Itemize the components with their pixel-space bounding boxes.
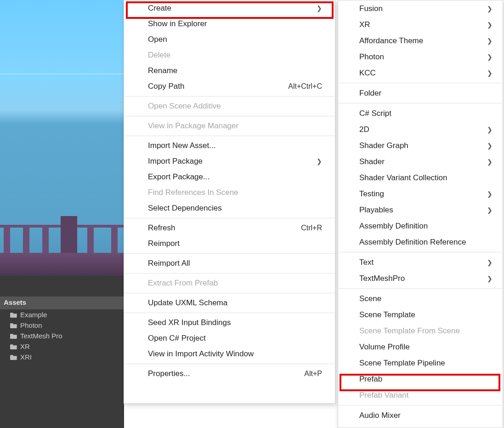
menu-item-label: 2D xyxy=(359,125,369,134)
menu-item-label: Prefab xyxy=(359,375,382,384)
asset-folder-xri[interactable]: XRI xyxy=(0,352,124,362)
menu-item-label: Folder xyxy=(359,89,381,98)
chevron-right-icon: ❯ xyxy=(487,206,493,214)
asset-folder-example[interactable]: Example xyxy=(0,309,124,320)
menu-item-show-in-explorer[interactable]: Show in Explorer xyxy=(124,16,335,32)
chevron-right-icon: ❯ xyxy=(487,126,493,133)
menu-item-label: Assembly Definition xyxy=(359,222,428,231)
menu-item-label: Delete xyxy=(148,51,170,60)
menu-item-import-new-asset[interactable]: Import New Asset... xyxy=(124,138,335,154)
menu-item-find-references-in-scene: Find References In Scene xyxy=(124,185,335,200)
menu-item-label: Export Package... xyxy=(148,172,210,182)
menu-item-open-c-project[interactable]: Open C# Project xyxy=(124,331,335,346)
menu-item-view-in-import-activity-window[interactable]: View in Import Activity Window xyxy=(124,346,335,362)
create-item-playables[interactable]: Playables❯ xyxy=(338,202,503,218)
menu-item-label: Volume Profile xyxy=(359,342,410,352)
create-item-scene-template-pipeline[interactable]: Scene Template Pipeline xyxy=(338,355,503,371)
menu-item-label: C# Script xyxy=(359,109,391,118)
create-item-scene[interactable]: Scene xyxy=(338,291,503,307)
asset-label: XRI xyxy=(20,353,32,361)
menu-item-label: Fusion xyxy=(359,4,383,13)
menu-item-reimport-all[interactable]: Reimport All xyxy=(124,256,335,271)
create-item-c-script[interactable]: C# Script xyxy=(338,105,503,121)
menu-separator xyxy=(124,273,335,274)
chevron-right-icon: ❯ xyxy=(487,259,493,266)
asset-folder-xr[interactable]: XR xyxy=(0,341,124,352)
menu-separator xyxy=(124,253,335,254)
menu-item-label: Import New Asset... xyxy=(148,141,215,150)
create-item-2d[interactable]: 2D❯ xyxy=(338,121,503,137)
menu-item-seed-xr-input-bindings[interactable]: Seed XR Input Bindings xyxy=(124,315,335,331)
menu-item-export-package[interactable]: Export Package... xyxy=(124,169,335,185)
create-item-volume-profile[interactable]: Volume Profile xyxy=(338,339,503,355)
chevron-right-icon: ❯ xyxy=(487,37,493,45)
menu-item-label: View in Package Manager xyxy=(148,121,238,131)
menu-item-open[interactable]: Open xyxy=(124,32,335,47)
create-item-textmeshpro[interactable]: TextMeshPro❯ xyxy=(338,270,503,286)
menu-item-label: KCC xyxy=(359,68,376,78)
menu-item-label: Create xyxy=(148,4,171,13)
menu-item-label: Update UXML Schema xyxy=(148,298,227,308)
menu-item-create[interactable]: Create❯ xyxy=(124,0,335,16)
create-item-xr[interactable]: XR❯ xyxy=(338,17,503,33)
create-item-assembly-definition-reference[interactable]: Assembly Definition Reference xyxy=(338,234,503,250)
menu-item-label: Reimport All xyxy=(148,259,190,268)
menu-item-import-package[interactable]: Import Package❯ xyxy=(124,154,335,169)
menu-item-label: Text xyxy=(359,258,374,267)
create-item-shader-variant-collection[interactable]: Shader Variant Collection xyxy=(338,170,503,186)
asset-label: XR xyxy=(20,342,30,350)
menu-item-label: TextMeshPro xyxy=(359,274,405,283)
context-menu-create[interactable]: Fusion❯XR❯Affordance Theme❯Photon❯KCC❯Fo… xyxy=(338,0,503,428)
menu-item-label: Audio Mixer xyxy=(359,411,401,420)
context-menu-assets[interactable]: Create❯Show in ExplorerOpenDeleteRenameC… xyxy=(124,0,335,404)
menu-item-label: Refresh xyxy=(148,223,176,233)
menu-item-label: Extract From Prefab xyxy=(148,279,218,288)
create-item-audio-mixer[interactable]: Audio Mixer xyxy=(338,407,503,423)
menu-item-refresh[interactable]: RefreshCtrl+R xyxy=(124,220,335,236)
menu-item-update-uxml-schema[interactable]: Update UXML Schema xyxy=(124,295,335,311)
create-item-assembly-definition[interactable]: Assembly Definition xyxy=(338,218,503,234)
create-item-prefab[interactable]: Prefab xyxy=(338,371,503,387)
menu-item-label: Rename xyxy=(148,66,177,75)
menu-item-label: Show in Explorer xyxy=(148,19,207,29)
menu-item-copy-path[interactable]: Copy PathAlt+Ctrl+C xyxy=(124,79,335,94)
create-item-prefab-variant: Prefab Variant xyxy=(338,387,503,403)
menu-separator xyxy=(124,218,335,218)
folder-icon xyxy=(10,312,17,318)
create-item-text[interactable]: Text❯ xyxy=(338,254,503,270)
assets-header[interactable]: Assets xyxy=(0,297,124,309)
chevron-right-icon: ❯ xyxy=(317,5,322,12)
menu-item-reimport[interactable]: Reimport xyxy=(124,236,335,251)
asset-folder-photon[interactable]: Photon xyxy=(0,320,124,331)
menu-item-label: Shader Variant Collection xyxy=(359,173,447,183)
horizon-line xyxy=(0,74,124,74)
menu-item-select-dependencies[interactable]: Select Dependencies xyxy=(124,200,335,216)
create-item-testing[interactable]: Testing❯ xyxy=(338,186,503,202)
menu-item-rename[interactable]: Rename xyxy=(124,63,335,79)
menu-item-label: Scene xyxy=(359,294,381,303)
create-item-photon[interactable]: Photon❯ xyxy=(338,49,503,65)
menu-item-label: Testing xyxy=(359,189,384,199)
menu-separator xyxy=(124,116,335,116)
create-item-kcc[interactable]: KCC❯ xyxy=(338,65,503,81)
menu-item-label: Import Package xyxy=(148,157,203,166)
menu-item-label: Scene Template Pipeline xyxy=(359,359,445,368)
scene-viewport[interactable] xyxy=(0,0,124,276)
create-item-affordance-theme[interactable]: Affordance Theme❯ xyxy=(338,33,503,49)
menu-item-label: Open C# Project xyxy=(148,334,206,343)
create-item-scene-template-from-scene: Scene Template From Scene xyxy=(338,323,503,339)
create-item-shader-graph[interactable]: Shader Graph❯ xyxy=(338,137,503,154)
menu-item-properties[interactable]: Properties...Alt+P xyxy=(124,366,335,382)
menu-item-label: Affordance Theme xyxy=(359,36,423,46)
menu-shortcut: Ctrl+R xyxy=(301,224,322,232)
menu-separator xyxy=(124,313,335,313)
create-item-shader[interactable]: Shader❯ xyxy=(338,154,503,170)
create-item-folder[interactable]: Folder xyxy=(338,85,503,101)
create-item-scene-template[interactable]: Scene Template xyxy=(338,307,503,323)
menu-item-label: Shader xyxy=(359,157,385,166)
menu-item-label: Copy Path xyxy=(148,82,184,91)
asset-folder-textmesh-pro[interactable]: TextMesh Pro xyxy=(0,331,124,341)
menu-separator xyxy=(124,96,335,97)
assets-list[interactable]: ExamplePhotonTextMesh ProXRXRI xyxy=(0,309,124,362)
create-item-fusion[interactable]: Fusion❯ xyxy=(338,0,503,17)
